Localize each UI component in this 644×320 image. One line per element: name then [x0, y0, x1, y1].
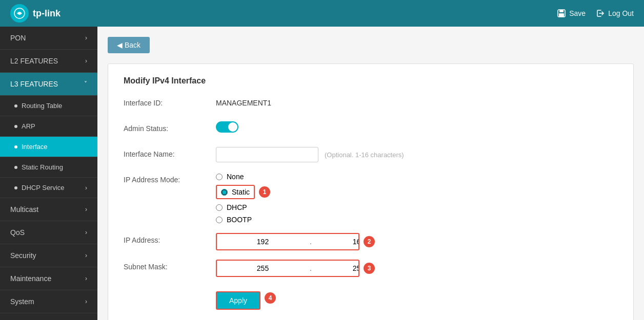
- ip-sep-1: .: [309, 238, 313, 246]
- dot-icon: [14, 125, 17, 128]
- back-button[interactable]: ◀ Back: [108, 37, 150, 53]
- sidebar-dhcp-label: DHCP Service: [22, 184, 65, 191]
- ip-address-control: . . . 2: [216, 233, 618, 250]
- ip-mode-none-radio[interactable]: [216, 174, 223, 180]
- ip-mode-static-label: Static: [232, 188, 250, 196]
- chevron-right-icon: ›: [85, 229, 87, 236]
- ip-mode-static-radio[interactable]: [221, 189, 228, 196]
- subnet-sep-1: .: [309, 264, 313, 272]
- logo-icon: [10, 4, 29, 23]
- dot-icon: [14, 145, 17, 148]
- subnet-mask-label: Subnet Mask:: [124, 260, 216, 271]
- dot-icon: [14, 166, 17, 169]
- subnet-mask-control: . . . 3: [216, 260, 618, 277]
- chevron-right-icon: ›: [85, 252, 87, 259]
- apply-row: Apply 4: [124, 286, 618, 310]
- ip-mode-none-label: None: [227, 173, 244, 181]
- sidebar-item-qos[interactable]: QoS ›: [0, 221, 97, 244]
- chevron-right-icon: ›: [85, 206, 87, 213]
- sidebar: PON › L2 FEATURES › L3 FEATURES ˅ Routin…: [0, 27, 97, 320]
- subnet-mask-input-group: . . .: [216, 260, 359, 277]
- logout-button[interactable]: Log Out: [596, 9, 634, 18]
- ip-mode-dhcp-label: DHCP: [227, 203, 247, 211]
- admin-status-toggle[interactable]: [216, 121, 238, 133]
- chevron-right-icon: ›: [85, 34, 87, 41]
- interface-id-row: Interface ID: MANAGEMENT1: [124, 96, 618, 112]
- subnet-octet-2[interactable]: [313, 262, 359, 274]
- ip-address-mode-row: IP Address Mode: None Static 1: [124, 173, 618, 224]
- interface-name-hint: (Optional. 1-16 characters): [325, 151, 404, 159]
- save-button[interactable]: Save: [557, 9, 586, 18]
- save-label: Save: [569, 9, 586, 17]
- sidebar-multicast-label: Multicast: [10, 205, 38, 214]
- ip-address-input-group: . . .: [216, 233, 359, 250]
- static-badge: 1: [259, 186, 270, 198]
- sidebar-item-multicast[interactable]: Multicast ›: [0, 198, 97, 221]
- admin-status-row: Admin Status:: [124, 121, 618, 138]
- interface-id-value: MANAGEMENT1: [216, 96, 618, 107]
- dot-icon: [14, 186, 17, 189]
- sidebar-item-interface[interactable]: Interface: [0, 137, 97, 157]
- sidebar-item-system[interactable]: System ›: [0, 290, 97, 313]
- sidebar-static-routing-label: Static Routing: [22, 163, 63, 171]
- chevron-right-icon: ›: [85, 298, 87, 305]
- ip-mode-none[interactable]: None: [216, 173, 618, 181]
- sidebar-item-static-routing[interactable]: Static Routing: [0, 157, 97, 178]
- ip-mode-bootp[interactable]: BOOTP: [216, 216, 618, 224]
- ip-address-mode-label: IP Address Mode:: [124, 173, 216, 184]
- subnet-mask-row: Subnet Mask: . . . 3: [124, 260, 618, 277]
- ip-address-row: IP Address: . . . 2: [124, 233, 618, 250]
- sidebar-item-l2features-label: L2 FEATURES: [10, 57, 58, 65]
- sidebar-routing-label: Routing Table: [22, 102, 62, 110]
- apply-button[interactable]: Apply: [216, 291, 260, 310]
- sidebar-item-arp[interactable]: ARP: [0, 116, 97, 137]
- sidebar-qos-label: QoS: [10, 228, 25, 237]
- apply-control: Apply 4: [216, 286, 618, 310]
- main-content: ◀ Back Modify IPv4 Interface Interface I…: [97, 27, 644, 320]
- ip-address-badge: 2: [364, 236, 375, 247]
- logo-text: tp-link: [33, 8, 61, 19]
- ip-octet-2[interactable]: [313, 236, 359, 248]
- sidebar-item-l3features[interactable]: L3 FEATURES ˅: [0, 73, 97, 96]
- card-title: Modify IPv4 Interface: [124, 76, 618, 86]
- admin-status-control: [216, 121, 618, 133]
- interface-name-input[interactable]: [216, 147, 318, 162]
- dot-icon: [14, 104, 17, 108]
- sidebar-item-maintenance[interactable]: Maintenance ›: [0, 267, 97, 290]
- interface-id-label: Interface ID:: [124, 96, 216, 107]
- apply-badge: 4: [265, 292, 276, 304]
- main-card: Modify IPv4 Interface Interface ID: MANA…: [108, 63, 634, 320]
- sidebar-item-security[interactable]: Security ›: [0, 244, 97, 267]
- logo: tp-link: [10, 4, 61, 23]
- apply-label-spacer: [124, 296, 216, 300]
- header: tp-link Save Log Out: [0, 0, 644, 27]
- subnet-octet-1[interactable]: [217, 262, 309, 274]
- sidebar-item-routing-table[interactable]: Routing Table: [0, 96, 97, 116]
- chevron-right-icon: ›: [85, 57, 87, 65]
- chevron-down-icon: ˅: [84, 80, 87, 88]
- interface-name-row: Interface Name: (Optional. 1-16 characte…: [124, 147, 618, 163]
- sidebar-item-l3features-label: L3 FEATURES: [10, 80, 58, 88]
- ip-address-label: IP Address:: [124, 233, 216, 244]
- sidebar-arp-label: ARP: [22, 122, 35, 130]
- sidebar-item-dhcp-service[interactable]: DHCP Service ›: [0, 178, 97, 198]
- ip-address-mode-control: None Static 1 DHCP: [216, 173, 618, 224]
- layout: PON › L2 FEATURES › L3 FEATURES ˅ Routin…: [0, 27, 644, 320]
- ip-mode-dhcp-radio[interactable]: [216, 204, 223, 211]
- ip-mode-static-row: Static 1: [216, 185, 618, 199]
- ip-mode-bootp-radio[interactable]: [216, 217, 223, 223]
- ip-octet-1[interactable]: [217, 236, 309, 248]
- sidebar-security-label: Security: [10, 251, 36, 260]
- logout-label: Log Out: [608, 9, 634, 17]
- sidebar-maintenance-label: Maintenance: [10, 274, 51, 283]
- ip-mode-static[interactable]: Static: [216, 185, 255, 199]
- sidebar-item-l2features[interactable]: L2 FEATURES ›: [0, 50, 97, 73]
- sidebar-item-pon[interactable]: PON ›: [0, 27, 97, 50]
- sidebar-system-label: System: [10, 297, 34, 306]
- sidebar-item-pon-label: PON: [10, 34, 26, 42]
- ip-mode-group: None Static 1 DHCP: [216, 173, 618, 224]
- interface-name-control: (Optional. 1-16 characters): [216, 147, 618, 162]
- admin-status-label: Admin Status:: [124, 121, 216, 133]
- ip-mode-dhcp[interactable]: DHCP: [216, 203, 618, 211]
- svg-rect-3: [559, 13, 564, 17]
